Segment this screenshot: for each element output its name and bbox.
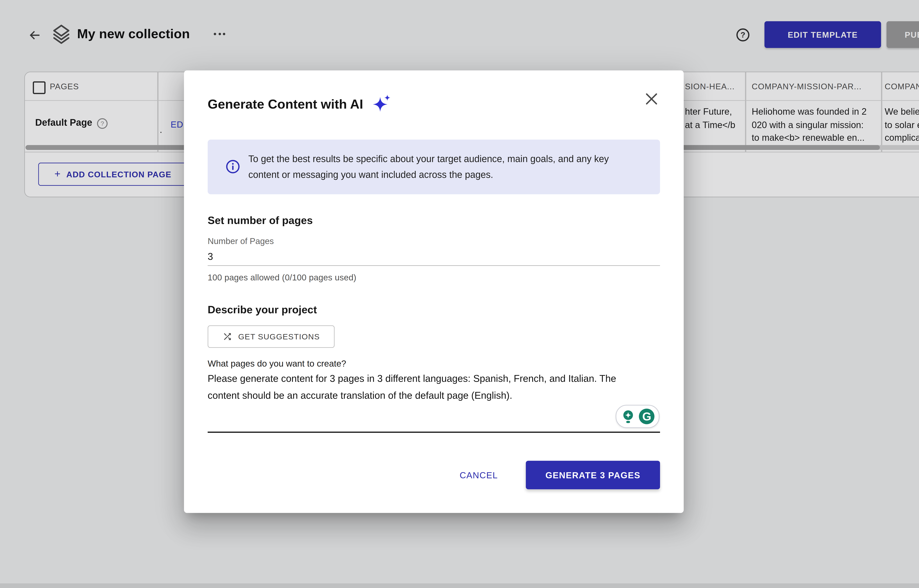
close-dialog-button[interactable]	[642, 90, 661, 108]
prompt-label: What pages do you want to create?	[208, 359, 346, 368]
info-icon	[225, 159, 241, 177]
generate-pages-button[interactable]: GENERATE 3 PAGES	[526, 460, 660, 489]
grammarly-g-icon: G	[638, 408, 655, 425]
svg-text:G: G	[642, 410, 651, 423]
get-suggestions-button[interactable]: GET SUGGESTIONS	[208, 325, 334, 348]
set-pages-heading: Set number of pages	[208, 214, 313, 227]
generate-content-dialog: Generate Content with AI To get the best…	[184, 70, 684, 513]
project-description-input[interactable]: Please generate content for 3 pages in 3…	[208, 370, 646, 404]
info-banner: To get the best results be specific abou…	[208, 140, 660, 194]
describe-project-heading: Describe your project	[208, 304, 317, 316]
description-focus-underline	[208, 431, 660, 433]
dialog-title: Generate Content with AI	[208, 97, 363, 112]
shuffle-icon	[222, 331, 233, 342]
ai-sparkle-icon	[371, 95, 392, 114]
number-of-pages-input[interactable]: 3	[208, 251, 213, 262]
pages-helper-text: 100 pages allowed (0/100 pages used)	[208, 273, 356, 282]
grammarly-widget[interactable]: G	[616, 405, 659, 428]
dialog-footer: CANCEL GENERATE 3 PAGES	[208, 460, 660, 489]
grammarly-suggestion-icon	[620, 409, 636, 424]
app-window: My new collection ? EDIT TEMPLATE PUBLIS…	[0, 0, 919, 588]
info-banner-text: To get the best results be specific abou…	[248, 151, 613, 183]
number-of-pages-label: Number of Pages	[208, 236, 274, 246]
number-of-pages-underline	[208, 265, 660, 266]
cancel-button[interactable]: CANCEL	[460, 470, 498, 480]
close-icon	[645, 92, 658, 106]
